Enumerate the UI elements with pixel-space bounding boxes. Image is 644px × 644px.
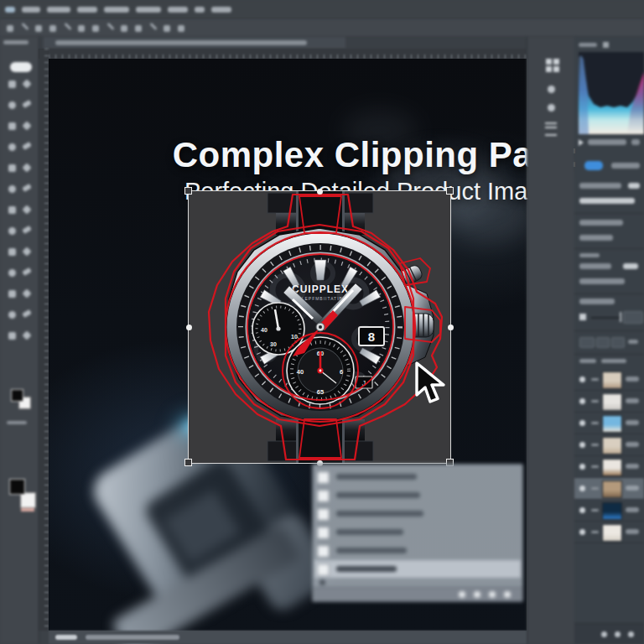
option-icon[interactable] (178, 25, 184, 32)
path-item-selected[interactable] (314, 560, 521, 578)
zoom-level[interactable] (55, 635, 77, 640)
document-tab[interactable] (44, 37, 345, 49)
path-item[interactable] (314, 468, 521, 486)
menu-item[interactable] (168, 7, 188, 13)
tool-icon[interactable] (22, 163, 31, 172)
transform-handle-n[interactable] (317, 189, 323, 195)
panel-action-icon[interactable] (489, 591, 496, 598)
eye-icon[interactable] (579, 464, 585, 470)
option-icon[interactable] (49, 25, 56, 32)
tool-icon[interactable] (22, 205, 31, 214)
tool-icon[interactable] (22, 267, 32, 276)
path-item[interactable] (314, 486, 521, 504)
eye-icon[interactable] (319, 579, 325, 585)
layer-row[interactable] (574, 369, 644, 391)
panel-button[interactable] (579, 337, 595, 348)
slider-value-box[interactable] (623, 311, 643, 324)
foreground-color-swatch[interactable] (9, 479, 25, 495)
layer-row[interactable] (574, 434, 644, 456)
menu-item[interactable] (136, 7, 161, 13)
option-icon[interactable] (121, 25, 127, 32)
tool-icon[interactable] (8, 290, 16, 298)
tool-icon[interactable] (8, 332, 16, 340)
layer-row[interactable] (574, 413, 644, 434)
option-icon[interactable] (135, 25, 142, 32)
delete-layer-icon[interactable] (628, 631, 634, 637)
panel-action-icon[interactable] (474, 591, 480, 598)
option-icon[interactable] (7, 25, 13, 32)
tool-icon[interactable] (8, 101, 16, 109)
folder-icon[interactable] (601, 631, 607, 637)
option-icon[interactable] (64, 23, 71, 30)
tool-icon[interactable] (22, 142, 32, 150)
transform-handle-e[interactable] (448, 325, 454, 330)
tool-icon[interactable] (8, 185, 16, 193)
menu-item[interactable] (22, 7, 40, 13)
tool-icon[interactable] (8, 269, 16, 277)
section-caret-icon[interactable] (579, 139, 584, 146)
eye-icon[interactable] (579, 486, 585, 491)
tool-icon[interactable] (22, 79, 31, 88)
transform-handle-sw[interactable] (184, 459, 192, 466)
menu-item[interactable] (104, 7, 129, 13)
menu-item[interactable] (211, 7, 231, 13)
layer-row[interactable] (574, 456, 644, 478)
layer-thumbnail[interactable] (602, 415, 622, 433)
layer-thumbnail[interactable] (602, 393, 622, 411)
tool-icon[interactable] (22, 100, 32, 108)
tool-icon[interactable] (8, 248, 16, 256)
eye-icon[interactable] (579, 529, 585, 535)
option-icon[interactable] (78, 25, 85, 32)
layer-thumbnail[interactable] (602, 480, 622, 498)
transform-handle-nw[interactable] (184, 187, 192, 195)
panel-icon[interactable] (548, 104, 555, 112)
layer-thumbnail[interactable] (602, 459, 622, 476)
tool-icon[interactable] (22, 121, 31, 130)
slider-track[interactable] (591, 317, 620, 319)
eye-icon[interactable] (579, 442, 585, 448)
option-icon[interactable] (92, 25, 99, 32)
tool-icon[interactable] (22, 184, 32, 192)
eye-icon[interactable] (579, 420, 585, 426)
panel-button[interactable] (611, 337, 625, 348)
layer-thumbnail[interactable] (602, 524, 622, 542)
option-icon[interactable] (21, 23, 29, 30)
tool-icon[interactable] (8, 311, 16, 319)
layer-thumbnail[interactable] (602, 502, 622, 520)
layer-row[interactable] (574, 522, 644, 543)
slider-knob[interactable] (579, 314, 586, 320)
toggle-pill[interactable] (584, 161, 603, 170)
panel-action-icon[interactable] (504, 591, 511, 598)
adjustments-icon[interactable] (546, 59, 559, 72)
panel-icon[interactable] (548, 86, 555, 93)
eye-icon[interactable] (579, 398, 585, 404)
layer-thumbnail[interactable] (602, 437, 622, 454)
eye-icon[interactable] (579, 377, 585, 382)
tool-icon[interactable] (22, 309, 32, 318)
tool-icon[interactable] (8, 80, 16, 88)
tool-icon[interactable] (8, 143, 16, 151)
path-item[interactable] (314, 523, 521, 541)
new-layer-icon[interactable] (615, 631, 621, 637)
tool-icon[interactable] (8, 122, 16, 130)
menu-item[interactable] (195, 7, 205, 13)
option-icon[interactable] (164, 25, 170, 32)
option-icon[interactable] (35, 25, 42, 32)
properties-icon[interactable] (545, 122, 557, 136)
tool-icon[interactable] (22, 247, 31, 256)
tool-icon[interactable] (8, 164, 16, 172)
tool-icon[interactable] (8, 227, 16, 235)
layer-thumbnail[interactable] (602, 371, 622, 389)
layer-row[interactable] (574, 500, 644, 522)
eye-icon[interactable] (579, 507, 585, 513)
tool-icon[interactable] (22, 288, 31, 298)
foreground-color-swatch[interactable] (11, 389, 23, 402)
tool-icon[interactable] (22, 330, 31, 340)
menu-item[interactable] (77, 7, 97, 13)
selection-box[interactable]: CUIPPLEX CLEPFMBIITATIB 40 30 10 60 40 (189, 191, 450, 463)
layer-row[interactable] (574, 391, 644, 413)
layer-row[interactable] (574, 478, 644, 500)
watch-image[interactable]: CUIPPLEX CLEPFMBIITATIB 40 30 10 60 40 (189, 191, 450, 463)
histogram-menu-icon[interactable] (603, 42, 609, 48)
panel-button[interactable] (596, 337, 610, 348)
